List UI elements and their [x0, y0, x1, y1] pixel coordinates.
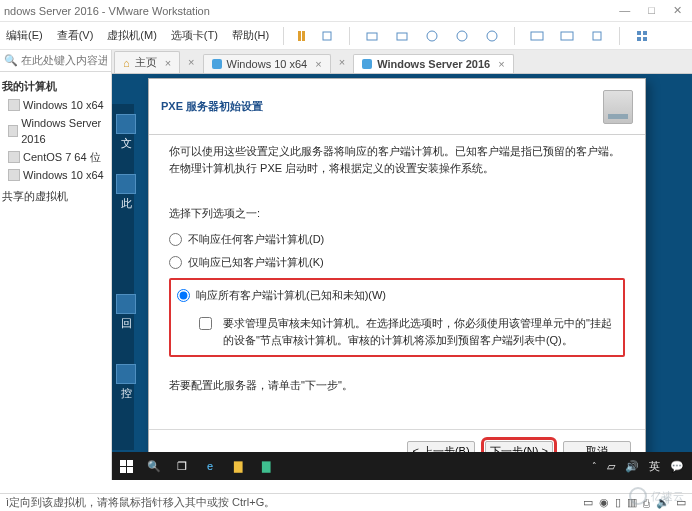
library-search[interactable]: 🔍 在此处键入内容进行搜索 — [0, 50, 111, 72]
radio-known-only[interactable] — [169, 256, 182, 269]
desktop-icon[interactable]: 文 — [114, 114, 138, 151]
choose-label: 选择下列选项之一: — [169, 205, 625, 222]
tree-item-centos[interactable]: CentOS 7 64 位 — [2, 148, 109, 166]
wizard-header: PXE 服务器初始设置 — [149, 79, 645, 135]
option-known-only[interactable]: 仅响应已知客户端计算机(K) — [169, 251, 625, 274]
toolbar-icon-2[interactable] — [394, 28, 410, 44]
tab-home[interactable]: ⌂ 主页 × — [114, 51, 180, 73]
new-tab-button[interactable]: × — [182, 56, 200, 68]
wizard-title: PXE 服务器初始设置 — [161, 99, 263, 114]
checkbox-require-approval[interactable] — [199, 317, 212, 330]
pxe-wizard-dialog: PXE 服务器初始设置 你可以使用这些设置定义此服务器将响应的客户端计算机。已知… — [148, 78, 646, 474]
tab-close-icon[interactable]: × — [315, 58, 321, 70]
status-text: ì定向到该虚拟机，请将鼠标指针移入其中或按 Ctrl+G。 — [6, 495, 275, 510]
svg-point-3 — [427, 31, 437, 41]
toolbar-snapshot-icon[interactable] — [319, 28, 335, 44]
network-icon[interactable]: ▱ — [607, 460, 615, 473]
option-all[interactable]: 响应所有客户端计算机(已知和未知)(W) — [177, 284, 617, 307]
server-icon — [603, 90, 633, 124]
new-tab-button[interactable]: × — [333, 56, 351, 68]
search-button[interactable]: 🔍 — [140, 452, 168, 480]
svg-rect-8 — [593, 32, 601, 40]
tree-item-winserver[interactable]: Windows Server 2016 — [2, 114, 109, 148]
svg-rect-2 — [397, 33, 407, 40]
work-area: ⌂ 主页 × × Windows 10 x64 × × Windows Serv… — [112, 50, 692, 480]
system-tray: ˄ ▱ 🔊 英 💬 — [592, 459, 692, 474]
toolbar-manage-icon[interactable] — [484, 28, 500, 44]
maximize-icon[interactable]: □ — [648, 4, 655, 17]
menu-edit[interactable]: 编辑(E) — [6, 28, 43, 43]
tab-win10[interactable]: Windows 10 x64 × — [203, 54, 331, 73]
vm-tab-icon — [362, 59, 372, 69]
require-approval-row[interactable]: 要求管理员审核未知计算机。在选择此选项时，你必须使用该管理单元中的"挂起的设备"… — [177, 315, 617, 349]
toolbar-display-icon[interactable] — [529, 28, 545, 44]
menu-view[interactable]: 查看(V) — [57, 28, 94, 43]
toolbar-clock-icon[interactable] — [424, 28, 440, 44]
windows-logo-icon — [120, 460, 133, 473]
svg-rect-11 — [637, 37, 641, 41]
separator — [619, 27, 620, 45]
tab-close-icon[interactable]: × — [498, 58, 504, 70]
separator — [283, 27, 284, 45]
menubar: 编辑(E) 查看(V) 虚拟机(M) 选项卡(T) 帮助(H) — [0, 22, 692, 50]
library-panel: 🔍 在此处键入内容进行搜索 我的计算机 Windows 10 x64 Windo… — [0, 50, 112, 480]
search-placeholder: 在此处键入内容进行搜索 — [21, 53, 107, 68]
toolbar-revert-icon[interactable] — [454, 28, 470, 44]
app-title: ndows Server 2016 - VMware Workstation — [4, 5, 210, 17]
close-icon[interactable]: ✕ — [673, 4, 682, 17]
tree-item-win10b[interactable]: Windows 10 x64 — [2, 166, 109, 184]
ime-indicator[interactable]: 英 — [649, 459, 660, 474]
app-titlebar: ndows Server 2016 - VMware Workstation —… — [0, 0, 692, 22]
desktop-icon[interactable]: 回 — [114, 294, 138, 331]
tray-up-icon[interactable]: ˄ — [592, 461, 597, 471]
tree-header[interactable]: 我的计算机 — [2, 76, 109, 96]
radio-no-respond[interactable] — [169, 233, 182, 246]
wizard-body: 你可以使用这些设置定义此服务器将响应的客户端计算机。已知客户端是指已预留的客户端… — [149, 135, 645, 429]
svg-point-4 — [457, 31, 467, 41]
tree-item-win10[interactable]: Windows 10 x64 — [2, 96, 109, 114]
start-button[interactable] — [112, 452, 140, 480]
app-icon[interactable]: ▇ — [252, 452, 280, 480]
svg-rect-10 — [643, 31, 647, 35]
svg-rect-6 — [531, 32, 543, 40]
device-icon[interactable]: ▯ — [615, 496, 621, 509]
toolbar-icon-1[interactable] — [364, 28, 380, 44]
tab-bar: ⌂ 主页 × × Windows 10 x64 × × Windows Serv… — [112, 50, 692, 74]
svg-rect-7 — [561, 32, 573, 40]
minimize-icon[interactable]: — — [619, 4, 630, 17]
device-icon[interactable]: ◉ — [599, 496, 609, 509]
tree-shared[interactable]: 共享的虚拟机 — [2, 186, 109, 206]
svg-rect-9 — [637, 31, 641, 35]
menu-help[interactable]: 帮助(H) — [232, 28, 269, 43]
radio-all[interactable] — [177, 289, 190, 302]
wizard-description: 你可以使用这些设置定义此服务器将响应的客户端计算机。已知客户端是指已预留的客户端… — [169, 143, 625, 177]
separator — [514, 27, 515, 45]
guest-desktop[interactable]: 文 此 回 控 PXE 服务器初始设置 你可以使用这些设置定义此服务器将响应的客… — [112, 74, 692, 480]
device-icon[interactable]: ▭ — [583, 496, 593, 509]
watermark: 亿速云 — [629, 487, 684, 505]
desktop-icon[interactable]: 控 — [114, 364, 138, 401]
toolbar-grid-icon[interactable] — [634, 28, 650, 44]
pause-icon[interactable] — [298, 31, 305, 41]
vm-icon — [8, 169, 20, 181]
taskview-button[interactable]: ❐ — [168, 452, 196, 480]
cloud-icon — [629, 487, 647, 505]
svg-rect-1 — [367, 33, 377, 40]
notification-icon[interactable]: 💬 — [670, 460, 684, 473]
desktop-icon[interactable]: 此 — [114, 174, 138, 211]
tab-close-icon[interactable]: × — [165, 57, 171, 69]
vm-icon — [8, 151, 20, 163]
tab-winserver[interactable]: Windows Server 2016 × — [353, 54, 513, 73]
toolbar-unity-icon[interactable] — [589, 28, 605, 44]
option-no-respond[interactable]: 不响应任何客户端计算机(D) — [169, 228, 625, 251]
volume-icon[interactable]: 🔊 — [625, 460, 639, 473]
svg-rect-0 — [323, 32, 331, 40]
menu-tabs[interactable]: 选项卡(T) — [171, 28, 218, 43]
ie-icon[interactable]: e — [196, 452, 224, 480]
menu-vm[interactable]: 虚拟机(M) — [107, 28, 157, 43]
explorer-icon[interactable]: ▇ — [224, 452, 252, 480]
guest-taskbar: 🔍 ❐ e ▇ ▇ ˄ ▱ 🔊 英 💬 — [112, 452, 692, 480]
library-tree: 我的计算机 Windows 10 x64 Windows Server 2016… — [0, 72, 111, 210]
svg-point-5 — [487, 31, 497, 41]
toolbar-fullscreen-icon[interactable] — [559, 28, 575, 44]
